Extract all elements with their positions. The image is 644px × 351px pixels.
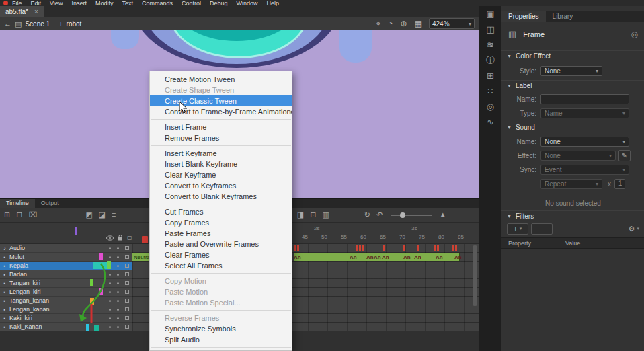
slider-knob[interactable]: [400, 212, 405, 218]
edit-envelope-pencil-icon[interactable]: ✎: [618, 150, 631, 161]
outline-color-swatch[interactable]: [125, 255, 129, 259]
history-icon[interactable]: ◎: [479, 99, 501, 114]
outline-color-swatch[interactable]: [125, 264, 129, 268]
tab-properties[interactable]: Properties: [501, 11, 546, 22]
show-hide-eye-icon[interactable]: [106, 235, 114, 241]
outline-color-swatch[interactable]: [125, 281, 129, 285]
grid-icon[interactable]: ⊞: [479, 68, 501, 83]
filter-options-gear-icon[interactable]: ⚙: [629, 225, 635, 233]
symbol-name[interactable]: robot: [67, 20, 82, 28]
tab-library[interactable]: Library: [546, 11, 580, 22]
layer-row-badan[interactable]: ▪Badan: [0, 270, 132, 279]
lock-dot-icon[interactable]: [117, 282, 119, 284]
menu-item-paste-frames[interactable]: Paste Frames: [150, 228, 292, 239]
outline-color-swatch[interactable]: [125, 316, 129, 320]
back-arrow-icon[interactable]: ←: [4, 20, 11, 28]
menu-item-create-classic-tween[interactable]: Create Classic Tween: [150, 95, 292, 106]
menu-item-copy-frames[interactable]: Copy Frames: [150, 217, 292, 228]
layer-row-lengan-kanan[interactable]: ▪Lengan_kanan: [0, 305, 132, 314]
menu-item-remove-frames[interactable]: Remove Frames: [150, 132, 292, 143]
menu-item-create-motion-tween[interactable]: Create Motion Tween: [150, 74, 292, 85]
visibility-dot-icon[interactable]: [109, 326, 111, 328]
repeat-count-input[interactable]: 1: [614, 179, 625, 189]
tab-output[interactable]: Output: [35, 199, 65, 208]
outline-color-swatch[interactable]: [125, 307, 129, 311]
playhead-marker[interactable]: [142, 236, 148, 243]
visibility-dot-icon[interactable]: [109, 282, 111, 284]
add-folder-icon[interactable]: ⊟: [16, 211, 22, 219]
add-filter-button[interactable]: + ▾: [507, 223, 528, 235]
frame-view-icon-3[interactable]: ⊡: [310, 211, 316, 219]
visibility-dot-icon[interactable]: [109, 256, 111, 258]
document-tab[interactable]: ab5.fla* ×: [0, 6, 44, 17]
center-stage-icon[interactable]: ⊕: [401, 20, 407, 28]
frame-picture-icon[interactable]: ◫: [479, 22, 501, 37]
add-layer-icon[interactable]: ⊞: [4, 211, 10, 219]
outline-color-swatch[interactable]: [125, 246, 129, 250]
lock-dot-icon[interactable]: [117, 265, 119, 267]
layer-row-kaki-kiri[interactable]: ▪Kaki_kiri: [0, 314, 132, 323]
tab-timeline[interactable]: Timeline: [0, 199, 35, 208]
loop-icon[interactable]: ↻: [364, 211, 370, 219]
menu-control[interactable]: Control: [182, 0, 201, 6]
info-icon[interactable]: ⓘ: [479, 52, 501, 68]
menu-debug[interactable]: Debug: [210, 0, 228, 6]
frame-view-icon-2[interactable]: ◨: [297, 211, 304, 219]
layer-row-tangan-kiri[interactable]: ▪Tangan_kiri: [0, 279, 132, 288]
layer-row-audio[interactable]: ♪Audio: [0, 244, 132, 253]
outline-color-swatch[interactable]: [125, 272, 129, 276]
section-label[interactable]: ▼ Label: [501, 80, 644, 91]
menu-view[interactable]: View: [50, 0, 63, 6]
menu-commands[interactable]: Commands: [142, 0, 173, 6]
camera-icon[interactable]: ▣: [479, 6, 501, 22]
menu-insert[interactable]: Insert: [71, 0, 87, 6]
onion-outline-icon[interactable]: ◪: [99, 211, 106, 219]
outline-color-swatch[interactable]: [125, 325, 129, 329]
layer-row-tangan-kanan[interactable]: ▪Tangan_kanan: [0, 297, 132, 305]
menu-item-convert-to-blank-keyframes[interactable]: Convert to Blank Keyframes: [150, 191, 292, 202]
menu-window[interactable]: Window: [237, 0, 258, 6]
menu-item-synchronize-symbols[interactable]: Synchronize Symbols: [150, 323, 292, 334]
clip-content-icon[interactable]: ▦: [415, 20, 422, 28]
menu-file[interactable]: File: [12, 0, 22, 6]
dots-icon[interactable]: ∷: [479, 83, 501, 99]
timeline-vertical-scrollbar[interactable]: [473, 245, 477, 306]
visibility-dot-icon[interactable]: [109, 300, 111, 302]
menu-modify[interactable]: Modify: [95, 0, 114, 6]
menu-item-insert-frame[interactable]: Insert Frame: [150, 122, 292, 132]
step-back-icon[interactable]: ↶: [376, 211, 383, 219]
frame-view-icon-4[interactable]: ▥: [322, 211, 329, 219]
onion-skin-icon[interactable]: ◩: [85, 211, 92, 219]
chevron-down-icon[interactable]: ▾: [637, 226, 639, 231]
lock-dot-icon[interactable]: [117, 247, 119, 249]
menu-item-convert-to-frame-by-frame-animation[interactable]: Convert to Frame-by-Frame Animation▸: [150, 106, 292, 117]
menu-item-convert-to-keyframes[interactable]: Convert to Keyframes: [150, 180, 292, 191]
lock-icon[interactable]: [118, 235, 123, 241]
outline-color-swatch[interactable]: [125, 290, 129, 294]
lock-dot-icon[interactable]: [117, 309, 119, 311]
menu-item-select-all-frames[interactable]: Select All Frames: [150, 260, 292, 271]
menu-text[interactable]: Text: [122, 0, 133, 6]
outline-color-swatch[interactable]: [125, 299, 129, 303]
visibility-dot-icon[interactable]: [109, 317, 111, 319]
close-icon[interactable]: ×: [34, 8, 38, 15]
layer-row-kaki-kanan[interactable]: ▪Kaki_Kanan: [0, 323, 132, 332]
section-sound[interactable]: ▼ Sound: [501, 122, 644, 132]
visibility-dot-icon[interactable]: [109, 265, 111, 267]
menu-edit[interactable]: Edit: [31, 0, 42, 6]
lock-dot-icon[interactable]: [117, 256, 119, 258]
section-filters[interactable]: ▼ Filters: [501, 210, 644, 221]
delete-icon[interactable]: ⌧: [28, 211, 37, 219]
menu-item-cut-frames[interactable]: Cut Frames: [150, 206, 292, 217]
timeline-zoom-slider[interactable]: [391, 214, 432, 216]
menu-item-insert-keyframe[interactable]: Insert Keyframe: [150, 148, 292, 159]
menu-item-clear-frames[interactable]: Clear Frames: [150, 249, 292, 260]
lock-dot-icon[interactable]: [117, 300, 119, 302]
scene-name[interactable]: Scene 1: [25, 20, 50, 28]
camera-icon[interactable]: ⌖: [376, 20, 381, 28]
section-color-effect[interactable]: ▼ Color Effect: [501, 50, 644, 61]
menu-item-insert-blank-keyframe[interactable]: Insert Blank Keyframe: [150, 159, 292, 169]
lock-dot-icon[interactable]: [117, 291, 119, 293]
label-name-input[interactable]: [540, 94, 629, 104]
resize-view-icon[interactable]: ▲: [439, 211, 446, 219]
